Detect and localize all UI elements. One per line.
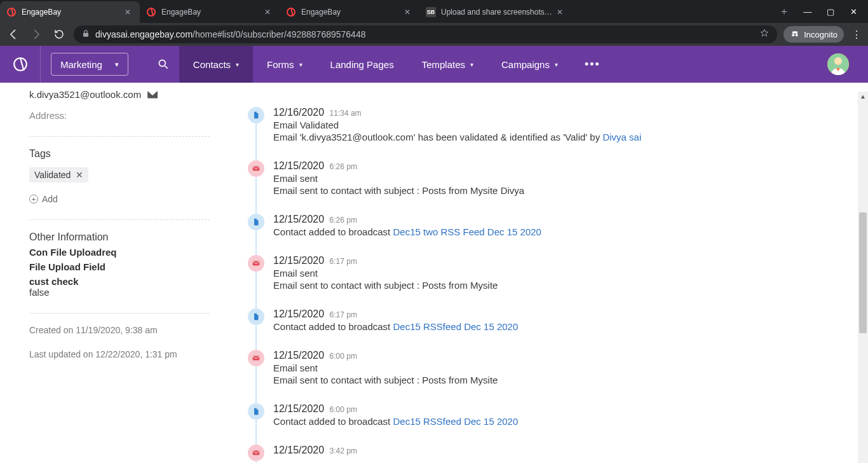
envelope-icon[interactable]	[147, 91, 158, 99]
contact-email: k.divya3521@outlook.com	[29, 89, 141, 100]
tab-close-button[interactable]: ✕	[125, 8, 133, 17]
incognito-indicator[interactable]: Incognito	[783, 26, 844, 43]
envelope-icon	[248, 350, 264, 366]
user-avatar[interactable]	[827, 53, 849, 75]
module-switcher[interactable]: Marketing ▾	[51, 53, 128, 76]
nav-back-button[interactable]	[5, 26, 22, 43]
app-header: Marketing ▾ Contacts▾Forms▾Landing Pages…	[0, 46, 868, 83]
updated-on: Last updated on 12/22/2020, 1:31 pm	[29, 349, 210, 359]
event-date: 12/15/2020	[273, 350, 324, 361]
event-time: 6:26 pm	[330, 216, 357, 225]
chevron-down-icon: ▾	[470, 61, 473, 68]
omnibox[interactable]: divyasai.engagebay.com/home#list/0/subsc…	[74, 25, 777, 43]
timeline-event: 12/15/2020 6:17 pmEmail sentEmail sent t…	[248, 255, 849, 291]
document-icon	[248, 403, 264, 420]
chevron-down-icon: ▾	[115, 60, 119, 69]
window-maximize-button[interactable]: ▢	[825, 7, 836, 17]
event-time: 6:00 pm	[330, 352, 357, 361]
svg-line-5	[291, 8, 293, 16]
timeline-event: 12/15/2020 6:00 pmEmail sentEmail sent t…	[248, 350, 849, 385]
browser-titlebar: EngageBay✕EngageBay✕EngageBay✕SBUpload a…	[0, 0, 868, 23]
nav-forward-button[interactable]	[28, 26, 44, 43]
window-minimize-button[interactable]: ―	[802, 7, 813, 17]
nav-item-forms[interactable]: Forms▾	[253, 46, 316, 83]
timeline-event: 12/16/2020 11:34 amEmail ValidatedEmail …	[248, 107, 849, 142]
document-icon	[248, 107, 264, 123]
svg-point-13	[834, 57, 842, 65]
window-close-button[interactable]: ✕	[848, 7, 859, 17]
new-tab-button[interactable]: ＋	[775, 3, 793, 20]
browser-tabstrip: EngageBay✕EngageBay✕EngageBay✕SBUpload a…	[0, 0, 771, 23]
tab-favicon-icon	[6, 7, 17, 17]
svg-rect-15	[253, 261, 260, 266]
svg-rect-17	[253, 451, 260, 455]
event-date: 12/16/2020	[273, 107, 324, 118]
nav-item-templates[interactable]: Templates▾	[408, 46, 487, 83]
scroll-up-arrow[interactable]: ▲	[858, 93, 868, 100]
timeline-event: 12/15/2020 6:26 pmContact added to broad…	[248, 214, 849, 237]
browser-tab[interactable]: SBUpload and share screenshots an✕	[419, 1, 572, 23]
event-link[interactable]: Dec15 two RSS Feed Dec 15 2020	[393, 226, 541, 237]
bookmark-star-icon[interactable]	[759, 28, 770, 41]
tab-close-button[interactable]: ✕	[404, 8, 413, 17]
tab-favicon-icon	[146, 7, 156, 17]
tab-title: EngageBay	[22, 8, 121, 17]
nav-item-landing-pages[interactable]: Landing Pages	[316, 46, 408, 83]
nav-reload-button[interactable]	[51, 26, 67, 43]
event-time: 11:34 am	[330, 109, 362, 118]
add-tag-button[interactable]: + Add	[29, 194, 210, 204]
page-scrollbar[interactable]: ▲ ▼	[858, 92, 868, 463]
nav-item-campaigns[interactable]: Campaigns▾	[487, 46, 572, 83]
info-value: false	[29, 287, 210, 298]
add-tag-label: Add	[42, 194, 58, 204]
event-date: 12/15/2020	[273, 403, 324, 414]
envelope-icon	[248, 160, 264, 177]
event-date: 12/15/2020	[273, 308, 324, 319]
event-body: Email sent to contact with subject : Pos…	[273, 375, 849, 385]
envelope-icon	[248, 445, 264, 461]
nav-label: Templates	[422, 59, 465, 70]
tab-title: EngageBay	[301, 8, 400, 17]
tab-favicon-icon	[286, 7, 296, 17]
browser-menu-button[interactable]: ⋮	[850, 29, 863, 41]
plus-icon: +	[29, 195, 38, 204]
event-link[interactable]: Dec15 RSSfeed Dec 15 2020	[393, 321, 518, 332]
svg-line-11	[165, 66, 167, 69]
document-icon	[248, 308, 264, 325]
event-time: 6:00 pm	[330, 405, 357, 414]
svg-point-10	[159, 60, 165, 66]
envelope-icon	[248, 255, 264, 272]
tag-label: Validated	[34, 170, 71, 180]
event-body: Email 'k.divya3521@outlook.com' has been…	[273, 132, 849, 142]
tag-remove-button[interactable]: ✕	[76, 170, 83, 180]
event-time: 6:26 pm	[330, 162, 357, 171]
event-date: 12/15/2020	[273, 445, 324, 455]
svg-rect-6	[83, 32, 88, 36]
browser-tab[interactable]: EngageBay✕	[280, 1, 419, 23]
nav-label: Landing Pages	[330, 59, 394, 70]
event-body: Email sent to contact with subject : Pos…	[273, 280, 849, 291]
browser-tab[interactable]: EngageBay✕	[140, 1, 280, 23]
scroll-thumb[interactable]	[859, 212, 867, 333]
nav-label: Campaigns	[501, 59, 550, 70]
timeline-event: 12/15/2020 6:17 pmContact added to broad…	[248, 308, 849, 332]
search-button[interactable]	[147, 58, 179, 71]
app-logo[interactable]	[0, 46, 41, 83]
event-link[interactable]: Dec15 RSSfeed Dec 15 2020	[393, 416, 518, 427]
tab-close-button[interactable]: ✕	[264, 8, 273, 17]
timeline: 12/16/2020 11:34 amEmail ValidatedEmail …	[248, 107, 849, 456]
event-date: 12/15/2020	[273, 214, 324, 225]
event-title: Email Validated	[273, 120, 849, 130]
nav-more-button[interactable]: •••	[572, 46, 613, 83]
event-time: 6:17 pm	[330, 310, 357, 319]
svg-line-3	[151, 8, 153, 16]
browser-tab[interactable]: EngageBay✕	[0, 1, 140, 23]
event-time: 3:42 pm	[330, 446, 357, 455]
tab-close-button[interactable]: ✕	[557, 8, 566, 17]
timeline-event: 12/15/2020 6:26 pmEmail sentEmail sent t…	[248, 160, 849, 196]
info-key: File Upload Field	[29, 261, 210, 272]
chevron-down-icon: ▾	[236, 61, 239, 68]
event-link[interactable]: Divya sai	[602, 132, 641, 142]
timeline-event: 12/15/2020 3:42 pm	[248, 445, 849, 456]
nav-item-contacts[interactable]: Contacts▾	[179, 46, 253, 83]
